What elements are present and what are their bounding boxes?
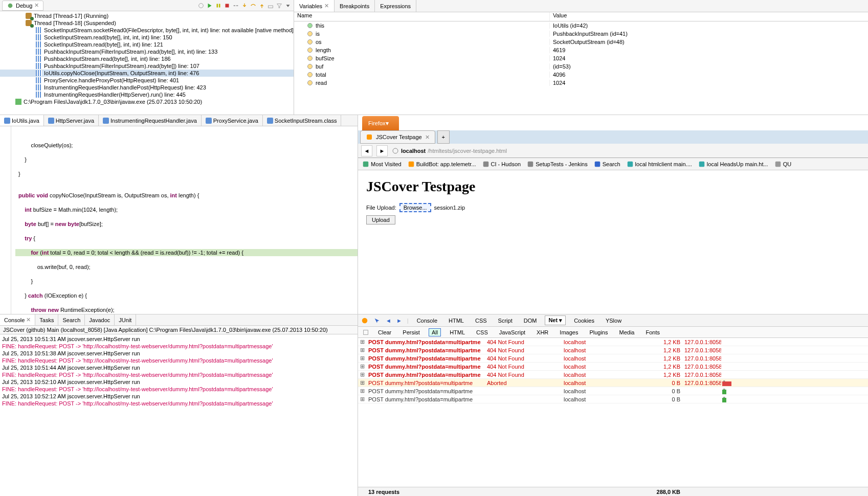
net-request-row[interactable]: ⊞POST dummy.html?postdata=multipartmeloc… bbox=[358, 387, 868, 395]
close-icon[interactable]: ✕ bbox=[324, 3, 329, 9]
editor-tab[interactable]: InstrumentingRequestHandler.java bbox=[99, 115, 202, 126]
column-value[interactable]: Value bbox=[550, 12, 868, 21]
resume-icon[interactable] bbox=[206, 2, 213, 9]
fb-html-tab[interactable]: HTML bbox=[446, 317, 467, 325]
bookmark-item[interactable]: QU bbox=[774, 161, 792, 168]
javadoc-tab[interactable]: Javadoc bbox=[85, 314, 115, 325]
new-tab-button[interactable]: + bbox=[437, 130, 450, 144]
stack-frame[interactable]: PushbackInputStream.read(byte[], int, in… bbox=[0, 55, 294, 62]
thread-node[interactable]: Thread [Thread-18] (Suspended) bbox=[0, 19, 294, 27]
upload-button[interactable]: Upload bbox=[366, 215, 395, 224]
editor-tab[interactable]: SocketInputStream.class bbox=[263, 115, 342, 126]
stack-frame[interactable]: SocketInputStream.socketRead0(FileDescri… bbox=[0, 27, 294, 34]
variable-row[interactable]: length4619 bbox=[294, 46, 868, 54]
close-icon[interactable]: ✕ bbox=[26, 317, 31, 323]
terminate-icon[interactable] bbox=[224, 2, 231, 9]
editor-tab[interactable]: HttpServer.java bbox=[44, 115, 99, 126]
variable-row[interactable]: osSocketOutputStream (id=48) bbox=[294, 38, 868, 46]
fb-css-tab[interactable]: CSS bbox=[472, 317, 490, 325]
breakpoints-tab[interactable]: Breakpoints bbox=[335, 0, 375, 12]
back-button[interactable]: ◄ bbox=[361, 145, 372, 156]
column-name[interactable]: Name bbox=[294, 12, 550, 21]
expressions-tab[interactable]: Expressions bbox=[375, 0, 416, 12]
filter-images[interactable]: Images bbox=[557, 329, 581, 336]
filter-xhr[interactable]: XHR bbox=[534, 329, 551, 336]
disconnect-icon[interactable] bbox=[232, 2, 239, 9]
bookmark-item[interactable]: local HeadsUp main.ht... bbox=[698, 161, 768, 168]
filter-all[interactable]: All bbox=[429, 328, 441, 336]
variables-tab[interactable]: Variables ✕ bbox=[294, 0, 335, 12]
stack-frame[interactable]: PushbackInputStream(FilterInputStream).r… bbox=[0, 48, 294, 55]
console-output[interactable]: Jul 25, 2013 10:51:31 AM jscover.server.… bbox=[0, 334, 358, 496]
search-tab[interactable]: Search bbox=[58, 314, 85, 325]
bookmark-item[interactable]: Most Visited bbox=[362, 161, 402, 168]
forward-button[interactable]: ► bbox=[376, 145, 388, 156]
editor-tab[interactable]: ProxyService.java bbox=[202, 115, 263, 126]
net-request-row[interactable]: ⊞POST dummy.html?postdata=multipartme404… bbox=[358, 371, 868, 379]
browser-tab[interactable]: JSCover Testpage ✕ bbox=[360, 130, 435, 144]
tasks-tab[interactable]: Tasks bbox=[35, 314, 58, 325]
variable-row[interactable]: buf(id=53) bbox=[294, 62, 868, 71]
bookmark-item[interactable]: local htmlclient main.... bbox=[627, 161, 692, 168]
net-request-row[interactable]: ⊞POST dummy.html?postdata=multipartme404… bbox=[358, 363, 868, 371]
clear-button[interactable]: Clear bbox=[375, 329, 394, 336]
thread-node[interactable]: Thread [Thread-17] (Running) bbox=[0, 12, 294, 19]
variable-row[interactable]: total4096 bbox=[294, 71, 868, 79]
process-node[interactable]: C:\Program Files\Java\jdk1.7.0_03\bin\ja… bbox=[0, 98, 294, 105]
net-request-row[interactable]: ⊞POST dummy.html?postdata=multipartmeAbo… bbox=[358, 379, 868, 387]
skip-breakpoints-icon[interactable] bbox=[197, 2, 205, 9]
close-tab-icon[interactable]: ✕ bbox=[425, 134, 430, 141]
variable-row[interactable]: thisIoUtils (id=42) bbox=[294, 21, 868, 30]
step-return-icon[interactable] bbox=[258, 2, 265, 9]
net-request-row[interactable]: ⊞POST dummy.html?postdata=multipartme404… bbox=[358, 354, 868, 363]
stack-frame[interactable]: IoUtils.copyNoClose(InputStream, OutputS… bbox=[0, 70, 294, 77]
bookmark-item[interactable]: BuildBot: app.telemetr... bbox=[408, 161, 476, 168]
console-tab[interactable]: Console ✕ bbox=[0, 314, 35, 325]
fb-dom-tab[interactable]: DOM bbox=[521, 317, 540, 325]
step-into-icon[interactable] bbox=[241, 2, 248, 9]
filter-fonts[interactable]: Fonts bbox=[643, 329, 662, 336]
nav-back-icon[interactable]: ◄ bbox=[386, 318, 391, 324]
view-menu-icon[interactable] bbox=[284, 2, 292, 9]
debug-tab[interactable]: Debug ✕ bbox=[2, 1, 43, 11]
step-over-icon[interactable] bbox=[250, 2, 257, 9]
junit-tab[interactable]: JUnit bbox=[115, 314, 136, 325]
stack-frame[interactable]: SocketInputStream.read(byte[], int, int,… bbox=[0, 34, 294, 41]
fb-cookies-tab[interactable]: Cookies bbox=[571, 317, 597, 325]
net-request-row[interactable]: ⊞POST dummy.html?postdata=multipartmeloc… bbox=[358, 395, 868, 403]
persist-button[interactable]: Persist bbox=[400, 329, 422, 336]
drop-to-frame-icon[interactable] bbox=[267, 2, 274, 9]
firefox-menu-button[interactable]: Firefox ▾ bbox=[362, 116, 399, 130]
bookmark-item[interactable]: CI - Hudson bbox=[482, 161, 521, 168]
variable-row[interactable]: bufSize1024 bbox=[294, 54, 868, 62]
variables-list[interactable]: thisIoUtils (id=42)isPushbackInputStream… bbox=[294, 21, 868, 115]
net-request-row[interactable]: ⊞POST dummy.html?postdata=multipartme404… bbox=[358, 346, 868, 354]
variable-row[interactable]: isPushbackInputStream (id=41) bbox=[294, 30, 868, 38]
fb-yslow-tab[interactable]: YSlow bbox=[603, 317, 625, 325]
nav-fwd-icon[interactable]: ► bbox=[396, 318, 402, 324]
filter-media[interactable]: Media bbox=[616, 329, 637, 336]
browse-button[interactable]: Browse... bbox=[399, 203, 431, 212]
filter-css[interactable]: CSS bbox=[474, 329, 491, 336]
stack-frame[interactable]: PushbackInputStream(FilterInputStream).r… bbox=[0, 62, 294, 70]
variable-row[interactable]: read1024 bbox=[294, 79, 868, 87]
filter-plugins[interactable]: Plugins bbox=[587, 329, 610, 336]
bookmark-item[interactable]: Search bbox=[594, 161, 620, 168]
filter-js[interactable]: JavaScript bbox=[497, 329, 528, 336]
stack-frame[interactable]: InstrumentingRequestHandler(HttpServer).… bbox=[0, 91, 294, 98]
firebug-icon[interactable] bbox=[361, 317, 368, 324]
filter-html[interactable]: HTML bbox=[447, 329, 468, 336]
bookmark-item[interactable]: SetupTests - Jenkins bbox=[527, 161, 588, 168]
fb-script-tab[interactable]: Script bbox=[495, 317, 516, 325]
debug-tree[interactable]: Thread [Thread-17] (Running) Thread [Thr… bbox=[0, 11, 294, 115]
net-requests-list[interactable]: ⊞POST dummy.html?postdata=multipartme404… bbox=[358, 338, 868, 487]
fb-console-tab[interactable]: Console bbox=[414, 317, 440, 325]
close-icon[interactable]: ✕ bbox=[34, 2, 39, 9]
editor-tab[interactable]: IoUtils.java bbox=[0, 115, 44, 126]
address-bar[interactable]: localhost/htmltests/jscover-testpage.htm… bbox=[392, 147, 865, 154]
export-icon[interactable] bbox=[362, 329, 369, 336]
inspect-icon[interactable] bbox=[373, 317, 381, 324]
stack-frame[interactable]: InstrumentingRequestHandler.handlePost(H… bbox=[0, 84, 294, 91]
code-editor[interactable]: closeQuietly(os); } } public void copyNo… bbox=[0, 126, 358, 314]
fb-net-tab[interactable]: Net ▾ bbox=[545, 315, 566, 325]
